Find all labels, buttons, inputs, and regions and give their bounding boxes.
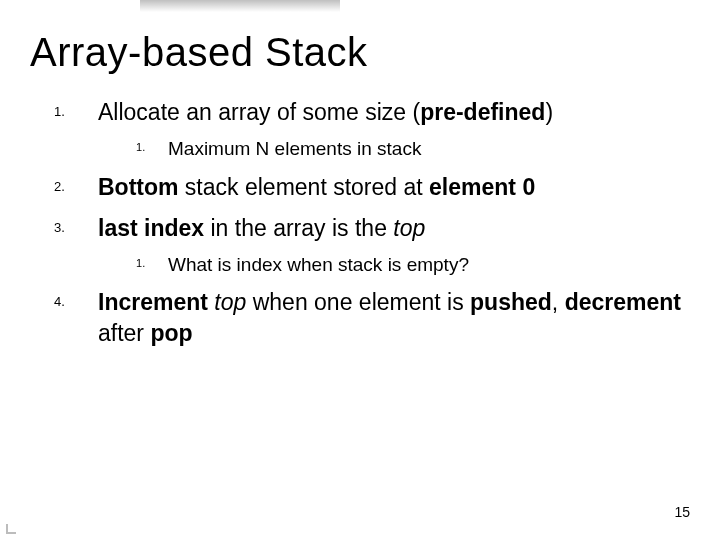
- text: What is index when stack is empty?: [168, 254, 469, 275]
- sub-list-item: Maximum N elements in stack: [142, 136, 690, 162]
- list-item: Bottom stack element stored at element 0: [70, 172, 690, 203]
- text: when one element is: [246, 289, 470, 315]
- text: Allocate an array of some size (: [98, 99, 420, 125]
- slide-title: Array-based Stack: [30, 30, 690, 75]
- text: ,: [552, 289, 565, 315]
- bold-text: pop: [150, 320, 192, 346]
- bold-text: Increment: [98, 289, 214, 315]
- italic-text: top: [393, 215, 425, 241]
- text: stack element stored at: [178, 174, 429, 200]
- bold-text: element 0: [429, 174, 535, 200]
- bold-text: pre-defined: [420, 99, 545, 125]
- list-item: Increment top when one element is pushed…: [70, 287, 690, 349]
- corner-decoration: [6, 520, 20, 534]
- text: after: [98, 320, 150, 346]
- text: Maximum N elements in stack: [168, 138, 421, 159]
- text: in the array is the: [204, 215, 393, 241]
- text: ): [545, 99, 553, 125]
- sub-list: What is index when stack is empty?: [98, 252, 690, 278]
- bold-text: decrement: [565, 289, 681, 315]
- list-item: Allocate an array of some size (pre-defi…: [70, 97, 690, 162]
- list-item: last index in the array is the top What …: [70, 213, 690, 278]
- slide: Array-based Stack Allocate an array of s…: [0, 0, 720, 540]
- sub-list: Maximum N elements in stack: [98, 136, 690, 162]
- sub-list-item: What is index when stack is empty?: [142, 252, 690, 278]
- bold-text: Bottom: [98, 174, 178, 200]
- italic-text: top: [214, 289, 246, 315]
- bold-text: last index: [98, 215, 204, 241]
- page-number: 15: [674, 504, 690, 520]
- main-list: Allocate an array of some size (pre-defi…: [30, 97, 690, 350]
- bold-text: pushed: [470, 289, 552, 315]
